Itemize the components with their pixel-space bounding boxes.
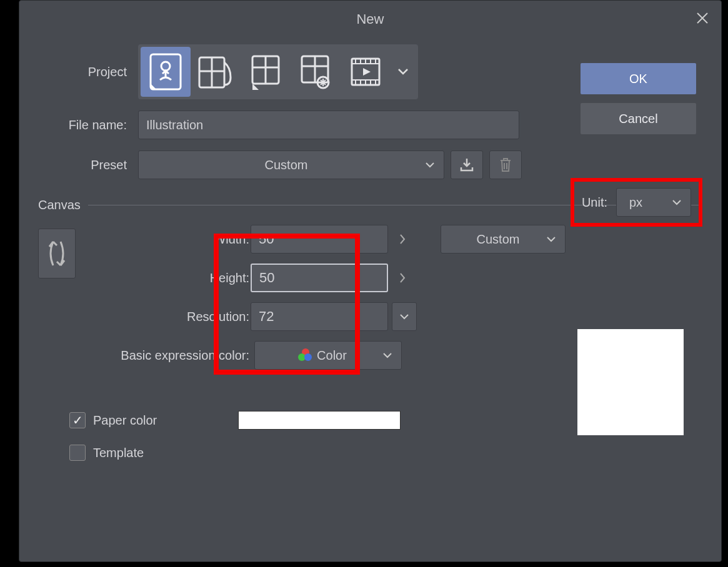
basic-expr-label: Basic expression color: [94,348,251,363]
delete-preset-button[interactable] [489,150,522,179]
preset-dropdown[interactable]: Custom [138,150,444,179]
filename-input[interactable] [138,111,519,139]
webtoon-icon [249,52,282,91]
action-buttons: OK Cancel [581,63,696,143]
preset-value: Custom [147,158,425,172]
rgb-icon [299,350,311,361]
save-preset-button[interactable] [451,150,483,179]
size-preset-value: Custom [450,232,546,247]
tab-webtoon[interactable] [241,47,291,97]
color-mode-dropdown[interactable]: Color [254,341,402,370]
resolution-input[interactable] [251,302,388,331]
comic-icon [197,52,234,91]
new-dialog: New OK Cancel Project [19,0,722,562]
trash-icon [499,157,512,173]
height-input[interactable] [251,264,388,292]
tab-comic[interactable] [191,47,241,97]
cancel-label: Cancel [619,112,657,126]
paper-color-checkbox[interactable]: ✓ [69,412,86,428]
chevron-down-icon [425,162,435,168]
chevron-down-icon [672,199,682,205]
filename-label: File name: [38,118,138,132]
chevron-down-icon [397,68,409,76]
illustration-icon [149,52,182,91]
canvas-preview [577,329,684,435]
height-label: Height: [94,271,251,285]
close-icon [696,12,709,24]
color-mode-value: Color [317,348,347,363]
chevron-down-icon [546,236,556,242]
resolution-dropdown-button[interactable] [392,302,417,331]
paper-color-swatch[interactable] [238,411,401,430]
dialog-title: New [356,11,384,27]
titlebar: New [19,1,721,38]
unit-dropdown[interactable]: px [616,188,691,217]
ok-button[interactable]: OK [581,63,696,94]
project-tabs-more[interactable] [391,68,416,76]
project-label: Project [38,65,138,79]
chevron-down-icon [399,313,409,320]
size-preset-dropdown[interactable]: Custom [441,225,566,254]
tab-animation[interactable] [341,47,391,97]
print-icon [298,52,333,91]
preset-label: Preset [38,158,138,172]
download-icon [459,157,475,173]
chevron-right-icon [399,234,406,245]
width-label: Width: [94,232,251,247]
unit-group: Unit: px [571,178,702,227]
tab-print[interactable] [291,47,341,97]
width-link-arrow[interactable] [392,225,413,254]
height-link-arrow[interactable] [392,264,413,292]
canvas-label: Canvas [38,198,81,212]
chevron-right-icon [399,272,406,284]
paper-color-label: Paper color [93,413,157,428]
animation-icon [348,52,383,91]
template-checkbox[interactable] [69,445,86,461]
unit-value: px [626,195,672,210]
cancel-button[interactable]: Cancel [581,103,696,134]
template-label: Template [93,446,144,460]
width-input[interactable] [251,225,388,254]
chevron-down-icon [382,352,392,358]
swap-arrows-icon [46,237,68,270]
resolution-label: Resolution: [94,310,251,324]
tab-illustration[interactable] [141,47,191,97]
swap-dimensions-button[interactable] [38,229,76,279]
ok-label: OK [629,72,647,86]
project-type-tabs [138,44,418,99]
close-button[interactable] [690,6,715,31]
unit-label: Unit: [582,195,607,210]
